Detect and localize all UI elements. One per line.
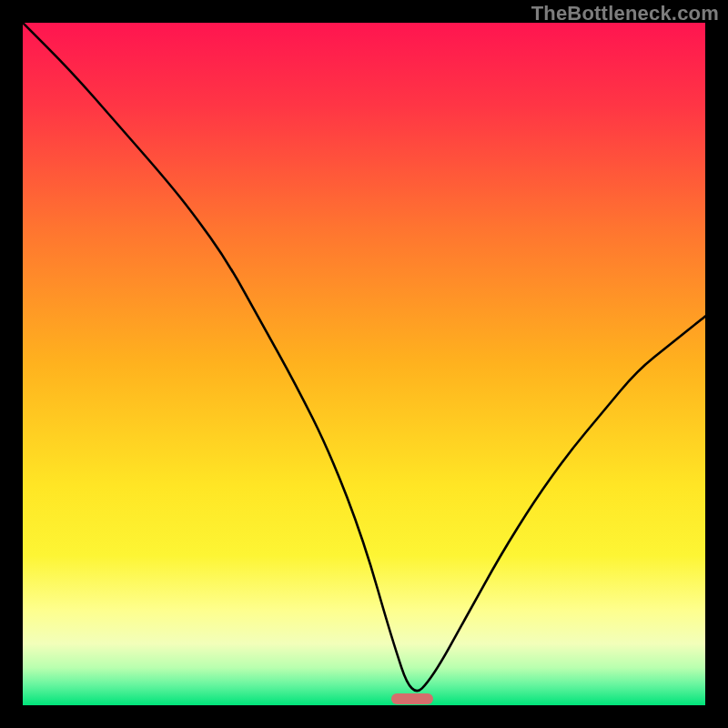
plot-area xyxy=(23,23,705,705)
optimum-marker xyxy=(391,693,433,704)
bottleneck-curve xyxy=(23,23,705,705)
chart-frame: TheBottleneck.com xyxy=(0,0,728,728)
